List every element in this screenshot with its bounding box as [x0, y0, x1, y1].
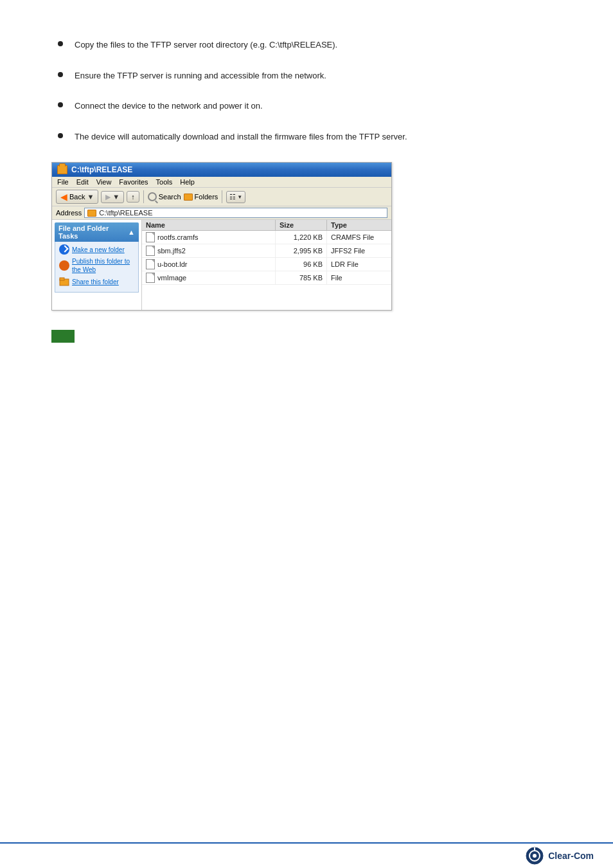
file-name: vmImage [157, 274, 186, 282]
file-rows-container: rootfs.cramfs 1,220 KB CRAMFS File sbm.j… [142, 231, 391, 285]
file-name: u-boot.ldr [157, 260, 187, 268]
folder-icon [57, 165, 67, 174]
panel-section-body: Make a new folder Publish this folder to… [55, 242, 139, 293]
back-arrow-icon: ◀ [60, 192, 67, 202]
col-header-size[interactable]: Size [276, 220, 327, 230]
file-size: 96 KB [303, 260, 323, 268]
file-name-cell: rootfs.cramfs [142, 231, 276, 244]
file-name-cell: u-boot.ldr [142, 258, 276, 271]
panel-collapse-icon[interactable]: ▲ [128, 228, 135, 236]
views-dropdown-icon: ▼ [237, 194, 242, 200]
explorer-title-text: C:\tftp\RELEASE [71, 165, 132, 174]
explorer-toolbar: ◀ Back ▼ ▶ ▼ ↑ Search Folders ☷ [52, 188, 391, 206]
col-header-name[interactable]: Name [142, 220, 276, 230]
windows-explorer: C:\tftp\RELEASE File Edit View Favorites… [51, 162, 392, 311]
folders-button[interactable]: Folders [184, 193, 218, 201]
file-type: LDR File [331, 260, 359, 268]
task-make-folder-label[interactable]: Make a new folder [72, 246, 125, 254]
table-row[interactable]: rootfs.cramfs 1,220 KB CRAMFS File [142, 231, 391, 244]
page-content: Copy the files to the TFTP server root d… [0, 0, 613, 401]
explorer-menubar[interactable]: File Edit View Favorites Tools Help [52, 177, 391, 188]
forward-arrow-icon: ▶ [105, 193, 111, 201]
back-button[interactable]: ◀ Back ▼ [56, 190, 98, 204]
table-row[interactable]: u-boot.ldr 96 KB LDR File [142, 258, 391, 271]
table-row[interactable]: sbm.jffs2 2,995 KB JFFS2 File [142, 244, 391, 258]
share-folder-icon [59, 276, 69, 287]
explorer-file-list: Name Size Type rootfs.cramfs 1,220 KB CR… [142, 220, 391, 310]
file-size: 1,220 KB [294, 233, 323, 241]
task-publish-folder-label[interactable]: Publish this folder to the Web [72, 257, 134, 274]
file-size-cell: 96 KB [276, 258, 327, 271]
file-type-cell: LDR File [327, 258, 391, 271]
explorer-left-panel: File and Folder Tasks ▲ Make a new folde… [52, 220, 142, 310]
file-size-cell: 2,995 KB [276, 244, 327, 257]
explorer-address-bar[interactable]: Address C:\tftp\RELEASE [52, 206, 391, 220]
address-input[interactable]: C:\tftp\RELEASE [84, 208, 387, 218]
search-icon [148, 192, 157, 201]
file-type: File [331, 274, 342, 282]
bullet-dot [58, 102, 63, 107]
menu-tools[interactable]: Tools [156, 178, 173, 186]
up-button[interactable]: ↑ [127, 191, 139, 203]
menu-file[interactable]: File [57, 178, 69, 186]
address-folder-icon [87, 210, 96, 217]
col-header-type[interactable]: Type [327, 220, 391, 230]
search-button[interactable]: Search [148, 192, 181, 201]
task-make-folder[interactable]: Make a new folder [59, 244, 134, 255]
clear-com-label: Clear-Com [548, 851, 594, 861]
file-size: 2,995 KB [294, 247, 323, 255]
menu-favorites[interactable]: Favorites [119, 178, 148, 186]
file-type: JFFS2 File [331, 247, 365, 255]
address-value: C:\tftp\RELEASE [99, 209, 152, 217]
file-icon [146, 246, 155, 256]
menu-view[interactable]: View [96, 178, 112, 186]
file-icon [146, 259, 155, 269]
file-type-cell: File [327, 271, 391, 284]
list-item: Connect the device to the network and po… [51, 100, 562, 113]
forward-button[interactable]: ▶ ▼ [101, 191, 124, 203]
address-label: Address [56, 209, 82, 217]
bullet-text-2: Ensure the TFTP server is running and ac… [75, 69, 326, 82]
bullet-section: Copy the files to the TFTP server root d… [51, 39, 562, 143]
green-rectangle [51, 330, 75, 343]
views-button[interactable]: ☷ ▼ [226, 191, 245, 203]
table-row[interactable]: vmImage 785 KB File [142, 271, 391, 285]
list-item: The device will automatically download a… [51, 131, 562, 143]
clear-com-logo: Clear-Com [525, 846, 594, 865]
list-item: Copy the files to the TFTP server root d… [51, 39, 562, 51]
file-type-cell: CRAMFS File [327, 231, 391, 244]
clear-com-icon [525, 846, 544, 865]
bullet-dot [58, 41, 63, 46]
menu-help[interactable]: Help [180, 178, 195, 186]
make-folder-icon [59, 244, 69, 255]
file-name-cell: vmImage [142, 271, 276, 284]
bullet-dot [58, 72, 63, 77]
file-size-cell: 785 KB [276, 271, 327, 284]
publish-folder-icon [59, 260, 69, 271]
list-item: Ensure the TFTP server is running and ac… [51, 69, 562, 82]
bullet-text-4: The device will automatically download a… [75, 131, 407, 143]
task-share-folder[interactable]: Share this folder [59, 276, 134, 287]
bullet-text-1: Copy the files to the TFTP server root d… [75, 39, 337, 51]
task-share-folder-label[interactable]: Share this folder [72, 278, 119, 286]
file-icon [146, 273, 155, 283]
svg-point-4 [533, 854, 537, 858]
task-publish-folder[interactable]: Publish this folder to the Web [59, 257, 134, 274]
up-arrow-icon: ↑ [131, 193, 135, 201]
svg-rect-1 [60, 278, 64, 280]
back-label: Back [69, 193, 85, 201]
explorer-title-bar: C:\tftp\RELEASE [52, 163, 391, 177]
folders-label: Folders [195, 193, 218, 201]
file-size-cell: 1,220 KB [276, 231, 327, 244]
menu-edit[interactable]: Edit [76, 178, 89, 186]
panel-section-header: File and Folder Tasks ▲ [55, 222, 139, 242]
file-name-cell: sbm.jffs2 [142, 244, 276, 257]
file-name: sbm.jffs2 [157, 247, 186, 255]
page-footer: Clear-Com [0, 842, 613, 868]
back-dropdown-icon: ▼ [87, 193, 94, 201]
file-size: 785 KB [299, 274, 323, 282]
views-icon: ☷ [229, 193, 236, 201]
folders-icon [184, 194, 193, 201]
file-list-header: Name Size Type [142, 220, 391, 231]
explorer-body: File and Folder Tasks ▲ Make a new folde… [52, 220, 391, 310]
